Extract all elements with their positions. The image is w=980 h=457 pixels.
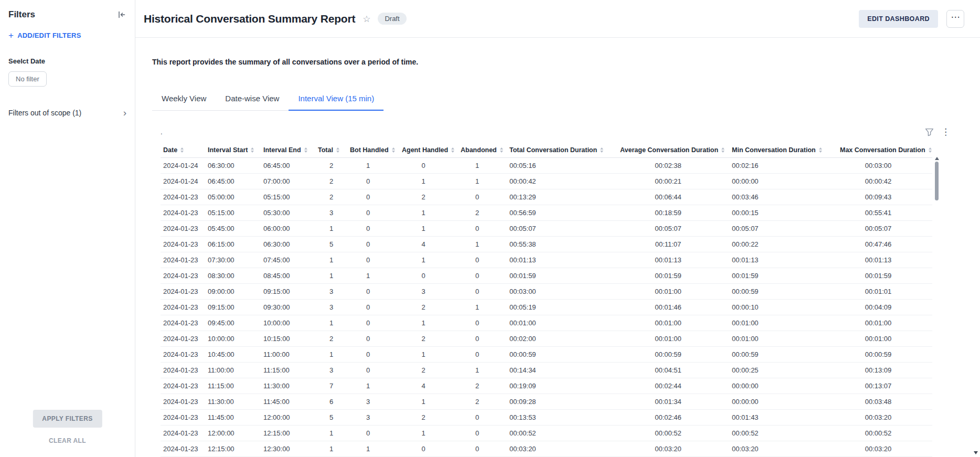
table-cell: 1: [461, 157, 509, 173]
table-cell: 00:00:00: [732, 173, 840, 189]
column-header-interval-end[interactable]: Interval End: [263, 142, 318, 157]
table-header-row: DateInterval StartInterval EndTotalBot H…: [161, 142, 932, 157]
filters-out-of-scope-label: Filters out of scope (1): [8, 109, 81, 117]
sort-icon[interactable]: [819, 147, 822, 153]
table-cell: 00:01:59: [732, 268, 840, 283]
table-cell: 2024-01-23: [161, 346, 208, 362]
tab-interval-view-15-min[interactable]: Interval View (15 min): [289, 87, 384, 111]
table-cell: 05:00:00: [208, 189, 263, 205]
table-cell: 0: [461, 220, 509, 236]
filters-out-of-scope-row[interactable]: Filters out of scope (1) ›: [8, 109, 126, 117]
column-header-date[interactable]: Date: [161, 142, 208, 157]
sort-icon[interactable]: [600, 147, 603, 153]
report-title-group: Historical Conversation Summary Report ☆…: [144, 13, 407, 25]
table-cell: 00:09:28: [509, 394, 620, 409]
table-cell: 09:15:00: [208, 299, 263, 315]
column-header-bot-handled[interactable]: Bot Handled: [350, 142, 402, 157]
table-cell: 1: [350, 441, 402, 456]
table-cell: 2024-01-24: [161, 157, 208, 173]
column-header-max-conversation-duration[interactable]: Max Conversation Duration: [840, 142, 932, 157]
column-label: Max Conversation Duration: [840, 146, 925, 154]
table-cell: 00:01:59: [509, 268, 620, 283]
table-cell: 0: [350, 236, 402, 252]
sort-icon[interactable]: [721, 147, 725, 153]
collapse-sidebar-icon[interactable]: [117, 10, 126, 19]
kebab-menu-icon[interactable]: ⋮: [941, 126, 947, 137]
column-header-agent-handled[interactable]: Agent Handled: [402, 142, 461, 157]
table-cell: 1: [402, 346, 461, 362]
table-cell: 2024-01-23: [161, 268, 208, 283]
table-cell: 0: [461, 268, 509, 283]
table-cell: 1: [318, 252, 350, 268]
table-scrollbar[interactable]: [935, 157, 939, 456]
date-filter-section-label: Seelct Date: [8, 57, 126, 65]
table-controls: . ⋮: [152, 121, 947, 142]
table-cell: 09:30:00: [263, 299, 318, 315]
report-description: This report provides the summary of all …: [152, 58, 980, 66]
table-cell: 2: [402, 299, 461, 315]
column-header-average-conversation-duration[interactable]: Average Conversation Duration: [620, 142, 732, 157]
tab-date-wise-view[interactable]: Date-wise View: [216, 87, 289, 110]
table-cell: 1: [318, 346, 350, 362]
sort-icon[interactable]: [251, 147, 254, 153]
scroll-up-icon[interactable]: [935, 157, 939, 160]
edit-dashboard-button[interactable]: EDIT DASHBOARD: [859, 10, 938, 28]
table-cell: 1: [318, 220, 350, 236]
favorite-star-icon[interactable]: ☆: [363, 14, 370, 25]
table-cell: 2: [318, 173, 350, 189]
more-options-button[interactable]: ⋯: [946, 10, 964, 28]
sort-icon[interactable]: [392, 147, 395, 153]
column-header-interval-start[interactable]: Interval Start: [208, 142, 263, 157]
table-cell: 1: [402, 425, 461, 441]
table-scrollbar-thumb[interactable]: [935, 162, 939, 200]
table-cell: 1: [402, 252, 461, 268]
date-filter-chip[interactable]: No filter: [8, 71, 47, 87]
table-cell: 00:05:07: [840, 220, 932, 236]
table-cell: 0: [461, 425, 509, 441]
table-cell: 3: [318, 299, 350, 315]
table-cell: 2024-01-23: [161, 283, 208, 299]
sort-icon[interactable]: [451, 147, 454, 153]
table-row: 2024-01-2309:45:0010:00:00101000:01:0000…: [161, 315, 932, 331]
page-scrollbar[interactable]: [973, 0, 979, 457]
table-cell: 3: [350, 409, 402, 425]
table-cell: 11:30:00: [208, 394, 263, 409]
column-label: Interval Start: [208, 146, 248, 154]
table-cell: 0: [461, 315, 509, 331]
table-cell: 00:00:52: [509, 425, 620, 441]
tab-weekly-view[interactable]: Weekly View: [152, 87, 216, 110]
table-cell: 2024-01-23: [161, 409, 208, 425]
sort-icon[interactable]: [180, 147, 184, 153]
apply-filters-button[interactable]: APPLY FILTERS: [33, 410, 102, 428]
table-cell: 2: [402, 409, 461, 425]
column-header-total[interactable]: Total: [318, 142, 350, 157]
table-cell: 2024-01-23: [161, 236, 208, 252]
table-cell: 12:30:00: [263, 441, 318, 456]
column-header-min-conversation-duration[interactable]: Min Conversation Duration: [732, 142, 840, 157]
table-cell: 2024-01-23: [161, 362, 208, 378]
table-cell: 00:05:19: [509, 299, 620, 315]
table-cell: 11:15:00: [263, 362, 318, 378]
column-header-total-conversation-duration[interactable]: Total Conversation Duration: [509, 142, 620, 157]
add-edit-filters-button[interactable]: + ADD/EDIT FILTERS: [8, 31, 126, 39]
table-cell: 0: [461, 346, 509, 362]
table-cell: 00:05:07: [509, 220, 620, 236]
table-cell: 00:00:59: [732, 346, 840, 362]
clear-all-button[interactable]: CLEAR ALL: [0, 437, 135, 444]
scroll-down-icon[interactable]: [974, 451, 978, 454]
table-row: 2024-01-2309:15:0009:30:00302100:05:1900…: [161, 299, 932, 315]
table-cell: 2: [318, 189, 350, 205]
table-cell: 12:15:00: [263, 425, 318, 441]
table-cell: 00:13:07: [840, 378, 932, 394]
table-cell: 06:30:00: [208, 157, 263, 173]
filter-icon[interactable]: [925, 127, 934, 136]
table-cell: 2024-01-23: [161, 378, 208, 394]
table-cell: 2024-01-23: [161, 331, 208, 346]
sort-icon[interactable]: [500, 147, 503, 153]
sort-icon[interactable]: [304, 147, 307, 153]
sort-icon[interactable]: [929, 147, 932, 153]
table-row: 2024-01-2309:00:0009:15:00303000:03:0000…: [161, 283, 932, 299]
table-cell: 3: [318, 205, 350, 220]
column-header-abandoned[interactable]: Abandoned: [461, 142, 509, 157]
sort-icon[interactable]: [336, 147, 339, 153]
